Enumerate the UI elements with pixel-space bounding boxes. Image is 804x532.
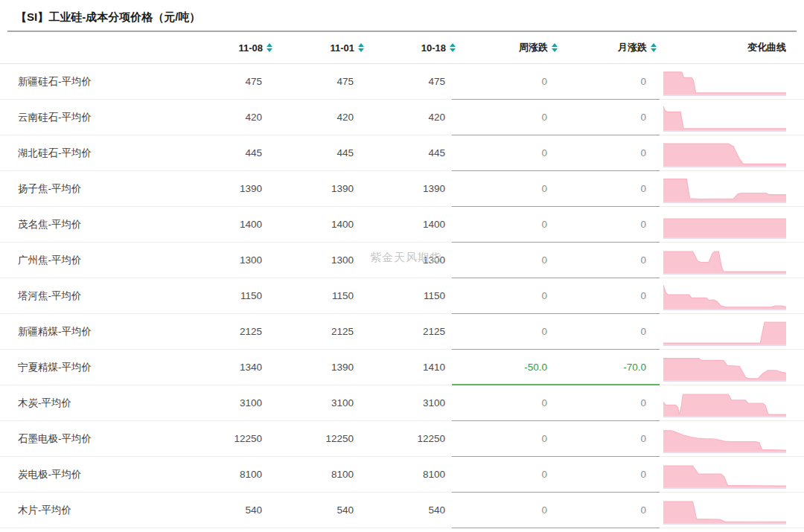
price-cell-date-3: 1300 bbox=[354, 254, 445, 266]
row-label: 石墨电极-平均价 bbox=[18, 432, 185, 446]
sparkline-chart bbox=[663, 103, 786, 132]
sparkline-cell bbox=[646, 175, 804, 203]
table-body: 新疆硅石-平均价 475 475 475 0 0 云南硅石-平均价 420 42… bbox=[0, 64, 804, 528]
sparkline-cell bbox=[646, 389, 804, 417]
price-cell-date-3: 420 bbox=[354, 112, 445, 123]
price-cell-date-3: 8100 bbox=[354, 469, 445, 480]
price-cell-date-1: 1340 bbox=[185, 362, 262, 373]
price-cell-date-2: 1390 bbox=[262, 183, 354, 194]
sparkline-cell bbox=[646, 68, 804, 96]
week-change-cell: 0 bbox=[445, 112, 547, 123]
row-label: 新疆精煤-平均价 bbox=[18, 325, 185, 339]
price-cell-date-3: 475 bbox=[354, 76, 445, 87]
table-row: 石墨电极-平均价 12250 12250 12250 0 0 bbox=[0, 421, 804, 457]
price-cell-date-2: 12250 bbox=[262, 433, 354, 444]
sparkline-chart bbox=[663, 353, 786, 382]
row-label: 云南硅石-平均价 bbox=[18, 111, 185, 124]
column-header-date-1[interactable]: 11-08 bbox=[185, 42, 262, 54]
price-cell-date-2: 3100 bbox=[262, 397, 354, 408]
price-cell-date-1: 1150 bbox=[185, 290, 262, 301]
sparkline-cell bbox=[646, 139, 804, 167]
sparkline-cell bbox=[646, 496, 804, 525]
price-cell-date-2: 1390 bbox=[262, 362, 354, 373]
sparkline-chart bbox=[663, 246, 786, 275]
sparkline-chart bbox=[663, 211, 786, 239]
sparkline-cell bbox=[646, 246, 804, 275]
price-cell-date-2: 540 bbox=[262, 504, 354, 516]
price-cell-date-2: 445 bbox=[262, 147, 354, 158]
week-change-cell: 0 bbox=[445, 469, 547, 480]
week-change-cell: 0 bbox=[445, 326, 547, 337]
table-row: 广州焦-平均价 1300 1300 1300 0 0 bbox=[0, 243, 804, 278]
week-change-cell: 0 bbox=[445, 76, 547, 87]
table-row: 塔河焦-平均价 1150 1150 1150 0 0 bbox=[0, 278, 804, 314]
price-cell-date-1: 1400 bbox=[185, 219, 262, 230]
week-change-cell: 0 bbox=[445, 433, 547, 444]
table-row: 木片-平均价 540 540 540 0 0 bbox=[0, 493, 804, 528]
sparkline-chart bbox=[663, 282, 786, 310]
price-cell-date-2: 420 bbox=[262, 112, 354, 123]
row-label: 炭电极-平均价 bbox=[18, 468, 185, 481]
sparkline-cell bbox=[646, 353, 804, 382]
month-change-cell: 0 bbox=[547, 112, 646, 123]
week-change-cell: 0 bbox=[445, 254, 547, 266]
price-cell-date-2: 1300 bbox=[262, 254, 354, 266]
table-row: 炭电极-平均价 8100 8100 8100 0 0 bbox=[0, 457, 804, 493]
price-cell-date-3: 12250 bbox=[354, 433, 445, 444]
price-cell-date-1: 445 bbox=[185, 147, 262, 158]
week-change-cell: 0 bbox=[445, 183, 547, 194]
month-change-cell: -70.0 bbox=[547, 362, 646, 373]
column-header-date-3[interactable]: 10-18 bbox=[354, 42, 445, 54]
price-cell-date-3: 445 bbox=[354, 147, 445, 158]
table-row: 新疆硅石-平均价 475 475 475 0 0 bbox=[0, 64, 804, 100]
row-label: 塔河焦-平均价 bbox=[18, 289, 185, 303]
column-header-week-change[interactable]: 周涨跌 bbox=[445, 41, 547, 54]
week-change-cell: 0 bbox=[445, 397, 547, 408]
price-cell-date-1: 1390 bbox=[185, 183, 262, 194]
price-cell-date-2: 1400 bbox=[262, 219, 354, 230]
sparkline-chart bbox=[663, 496, 786, 525]
price-cell-date-1: 2125 bbox=[185, 326, 262, 337]
row-label: 茂名焦-平均价 bbox=[18, 218, 185, 231]
price-cell-date-1: 475 bbox=[185, 76, 262, 87]
price-cell-date-3: 2125 bbox=[354, 326, 445, 337]
row-label: 广州焦-平均价 bbox=[18, 254, 185, 267]
price-cell-date-3: 1390 bbox=[354, 183, 445, 194]
week-change-cell: 0 bbox=[445, 147, 547, 158]
sparkline-chart bbox=[663, 139, 786, 167]
price-cell-date-3: 540 bbox=[354, 504, 445, 516]
month-change-cell: 0 bbox=[547, 326, 646, 337]
row-label: 湖北硅石-平均价 bbox=[18, 147, 185, 160]
sparkline-cell bbox=[646, 425, 804, 453]
sparkline-chart bbox=[663, 425, 786, 453]
change-underline bbox=[452, 528, 660, 528]
sparkline-cell bbox=[646, 318, 804, 346]
price-cell-date-1: 540 bbox=[185, 504, 262, 516]
sparkline-chart bbox=[663, 318, 786, 346]
row-label: 扬子焦-平均价 bbox=[18, 182, 185, 196]
month-change-cell: 0 bbox=[547, 76, 646, 87]
price-cell-date-3: 1400 bbox=[354, 219, 445, 230]
sparkline-cell bbox=[646, 461, 804, 489]
row-label: 木片-平均价 bbox=[18, 504, 185, 517]
price-cell-date-3: 3100 bbox=[354, 397, 445, 408]
price-cell-date-2: 475 bbox=[262, 76, 354, 87]
row-label: 木炭-平均价 bbox=[18, 397, 185, 410]
month-change-cell: 0 bbox=[547, 219, 646, 230]
table-row: 宁夏精煤-平均价 1340 1390 1410 -50.0 -70.0 bbox=[0, 350, 804, 385]
sparkline-cell bbox=[646, 282, 804, 310]
month-change-cell: 0 bbox=[547, 504, 646, 516]
column-header-date-2[interactable]: 11-01 bbox=[262, 42, 354, 54]
week-change-cell: 0 bbox=[445, 219, 547, 230]
price-cell-date-1: 8100 bbox=[185, 469, 262, 480]
price-cell-date-2: 2125 bbox=[262, 326, 354, 337]
month-change-cell: 0 bbox=[547, 183, 646, 194]
sparkline-cell bbox=[646, 211, 804, 239]
month-change-cell: 0 bbox=[547, 147, 646, 158]
sparkline-chart bbox=[663, 461, 786, 489]
row-label: 新疆硅石-平均价 bbox=[18, 75, 185, 89]
table-row: 湖北硅石-平均价 445 445 445 0 0 bbox=[0, 135, 804, 171]
week-change-cell: 0 bbox=[445, 504, 547, 516]
sparkline-chart bbox=[663, 389, 786, 417]
column-header-month-change[interactable]: 月涨跌 bbox=[547, 41, 646, 54]
